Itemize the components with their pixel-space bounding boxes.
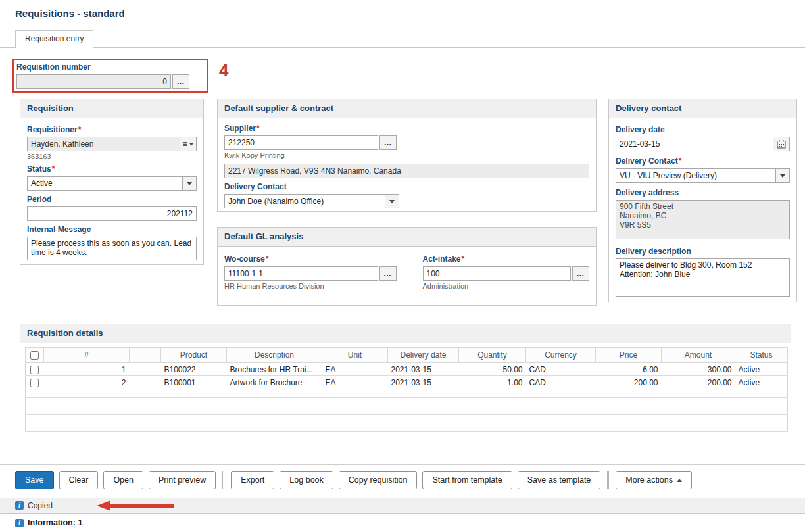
delivery-address-label: Delivery address bbox=[616, 188, 790, 198]
cell-currency: CAD bbox=[526, 363, 596, 376]
status-dropdown-button[interactable] bbox=[182, 176, 197, 191]
chevron-down-icon bbox=[780, 174, 785, 178]
clear-button[interactable]: Clear bbox=[59, 471, 99, 489]
cell-delivery-date: 2021-03-15 bbox=[388, 363, 459, 376]
toolbar-divider bbox=[222, 471, 224, 489]
cell-amount: 200.00 bbox=[662, 376, 735, 389]
requisitioner-id-helper: 363163 bbox=[27, 153, 197, 160]
ellipsis-icon: … bbox=[384, 140, 393, 145]
empty-grid-row bbox=[26, 406, 788, 415]
cell-product: B100001 bbox=[161, 376, 227, 389]
row-checkbox[interactable] bbox=[30, 379, 39, 387]
column-header-currency: Currency bbox=[526, 348, 596, 363]
gl-analysis-panel: Default GL analysis Wo-course* … HR Huma… bbox=[217, 227, 597, 306]
default-delivery-contact-value: John Doe (Nanaimo Office) bbox=[224, 194, 385, 208]
wo-course-lookup-button[interactable]: … bbox=[379, 266, 397, 281]
empty-grid-row bbox=[26, 389, 788, 398]
requisitioner-typeahead-button[interactable]: ≡ bbox=[180, 137, 197, 151]
save-as-template-button[interactable]: Save as template bbox=[518, 471, 601, 489]
calendar-icon bbox=[777, 139, 786, 149]
column-header-amount: Amount bbox=[662, 348, 735, 363]
row-checkbox[interactable] bbox=[30, 366, 39, 374]
table-row[interactable]: 2 B100001 Artwork for Brochure EA 2021-0… bbox=[26, 376, 788, 389]
cell-unit: EA bbox=[322, 376, 388, 389]
requisition-number-lookup-button[interactable]: … bbox=[172, 74, 189, 89]
supplier-contract-panel-header: Default supplier & contract bbox=[218, 99, 596, 118]
requisition-details-table: # Product Description Unit Delivery date… bbox=[25, 347, 788, 432]
info-icon: i bbox=[15, 501, 24, 510]
cell-price: 6.00 bbox=[596, 363, 662, 376]
delivery-description-textarea[interactable]: Please deliver to Bldg 300, Room 152 Att… bbox=[616, 258, 790, 297]
delivery-address-textarea: 900 Fifth Street Nanaimo, BC V9R 5S5 bbox=[616, 200, 790, 239]
cell-num: 1 bbox=[44, 363, 130, 376]
cell-status: Active bbox=[735, 376, 788, 389]
cell-num: 2 bbox=[44, 376, 130, 389]
delivery-date-calendar-button[interactable] bbox=[773, 137, 790, 151]
empty-grid-row bbox=[26, 415, 788, 423]
column-header-delivery-date: Delivery date bbox=[388, 348, 459, 363]
log-book-button[interactable]: Log book bbox=[280, 471, 333, 489]
column-header-quantity: Quantity bbox=[459, 348, 526, 363]
more-actions-button[interactable]: More actions bbox=[616, 471, 692, 489]
menu-icon: ≡ bbox=[182, 140, 187, 148]
default-delivery-contact-dropdown-button[interactable] bbox=[385, 194, 399, 208]
open-button[interactable]: Open bbox=[103, 471, 143, 489]
supplier-label: Supplier* bbox=[224, 124, 589, 133]
wo-course-input[interactable] bbox=[224, 266, 378, 281]
chevron-down-icon bbox=[187, 182, 192, 185]
act-intake-lookup-button[interactable]: … bbox=[572, 266, 589, 281]
copy-requisition-button[interactable]: Copy requisition bbox=[339, 471, 418, 489]
cell-status: Active bbox=[735, 363, 788, 376]
internal-message-label: Internal Message bbox=[27, 225, 197, 235]
start-from-template-button[interactable]: Start from template bbox=[422, 471, 512, 489]
period-input[interactable] bbox=[27, 206, 197, 221]
table-row[interactable]: 1 B100022 Brochures for HR Trai... EA 20… bbox=[26, 363, 788, 376]
cell-currency: CAD bbox=[526, 376, 596, 389]
column-header-description: Description bbox=[227, 348, 322, 363]
internal-message-textarea[interactable]: Please process this as soon as you can. … bbox=[27, 237, 197, 260]
tab-requisition-entry[interactable]: Requisition entry bbox=[15, 30, 93, 48]
supplier-address-input bbox=[224, 164, 589, 178]
default-delivery-contact-select[interactable]: John Doe (Nanaimo Office) bbox=[224, 194, 399, 208]
triangle-up-icon bbox=[677, 479, 682, 482]
delivery-contact-label: Delivery Contact* bbox=[616, 157, 790, 166]
supplier-input[interactable] bbox=[224, 135, 378, 150]
save-button[interactable]: Save bbox=[15, 471, 54, 489]
cell-quantity: 50.00 bbox=[459, 363, 526, 376]
print-preview-button[interactable]: Print preview bbox=[149, 471, 216, 489]
cell-blank bbox=[130, 363, 161, 376]
cell-description: Artwork for Brochure bbox=[227, 376, 322, 389]
default-delivery-contact-label: Delivery Contact bbox=[224, 182, 589, 192]
status-label: Status* bbox=[27, 164, 197, 174]
requisition-details-panel: Requisition details # Product Descriptio… bbox=[20, 324, 791, 435]
delivery-date-input[interactable] bbox=[616, 137, 773, 151]
column-header-status: Status bbox=[735, 348, 788, 363]
column-header-product: Product bbox=[161, 348, 227, 363]
page-title: Requisitions - standard bbox=[15, 8, 125, 19]
cell-unit: EA bbox=[322, 363, 388, 376]
information-status-row: i Information: 1 bbox=[0, 513, 805, 532]
delivery-contact-dropdown-button[interactable] bbox=[775, 168, 790, 183]
requisitioner-label: Requisitioner* bbox=[27, 125, 197, 135]
select-all-checkbox[interactable] bbox=[30, 351, 39, 360]
delivery-description-label: Delivery description bbox=[616, 247, 790, 256]
column-header-price: Price bbox=[596, 348, 662, 363]
requisition-panel-header: Requisition bbox=[20, 99, 203, 118]
delivery-contact-panel: Delivery contact Delivery date De bbox=[608, 99, 797, 302]
status-value: Active bbox=[27, 176, 183, 191]
export-button[interactable]: Export bbox=[231, 471, 274, 489]
delivery-contact-value: VU - VIU Preview (Delivery) bbox=[616, 168, 776, 183]
information-text: Information: 1 bbox=[28, 518, 82, 527]
wo-course-label: Wo-course* bbox=[224, 254, 397, 264]
act-intake-input[interactable] bbox=[423, 266, 572, 281]
cell-quantity: 1.00 bbox=[459, 376, 526, 389]
requisition-number-input bbox=[16, 74, 171, 89]
empty-grid-row bbox=[26, 423, 788, 432]
annotation-step-number: 4 bbox=[219, 60, 228, 81]
status-select[interactable]: Active bbox=[27, 176, 197, 191]
action-toolbar: Save Clear Open Print preview Export Log… bbox=[15, 471, 692, 489]
delivery-contact-select[interactable]: VU - VIU Preview (Delivery) bbox=[616, 168, 790, 183]
supplier-lookup-button[interactable]: … bbox=[379, 135, 397, 150]
supplier-name-helper: Kwik Kopy Printing bbox=[224, 151, 589, 159]
toolbar-divider-line bbox=[0, 464, 805, 465]
